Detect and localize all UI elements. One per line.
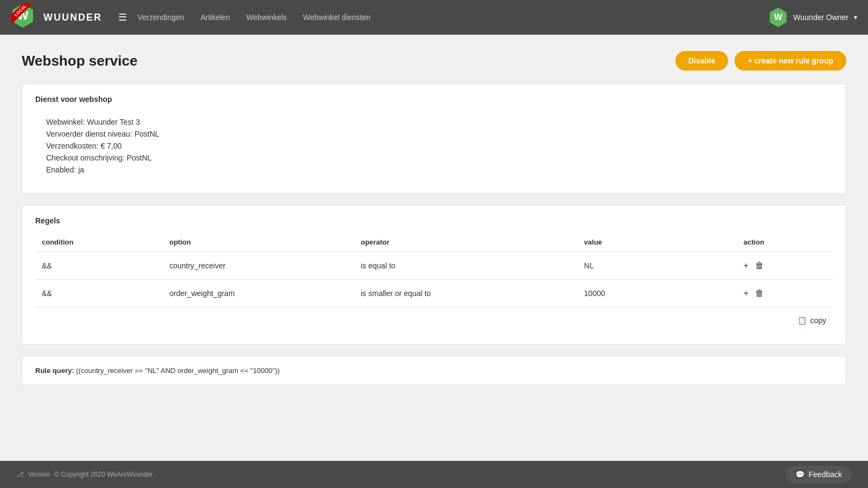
main-nav: Verzendingen Artikelen Webwinkels Webwin…: [138, 13, 371, 22]
row1-value: NL: [578, 252, 737, 280]
col-action: action: [737, 234, 833, 252]
table-row: && order_weight_gram is smaller or equal…: [35, 280, 833, 307]
chevron-down-icon[interactable]: ▾: [854, 14, 857, 21]
delete-rule-icon-2[interactable]: 🗑: [755, 288, 764, 298]
row2-option: order_weight_gram: [163, 280, 354, 307]
copy-label: copy: [810, 316, 826, 325]
row1-action: + 🗑: [737, 252, 833, 280]
col-operator: operator: [354, 234, 578, 252]
feedback-icon: 💬: [795, 470, 805, 479]
row1-option: country_receiver: [163, 252, 354, 280]
header-buttons: Disable + create new rule group: [675, 51, 846, 70]
delete-rule-icon[interactable]: 🗑: [755, 261, 764, 271]
logo-text: WUUNDER: [43, 12, 102, 23]
copy-button[interactable]: 📋 copy: [42, 316, 826, 325]
rules-table: condition option operator value action &…: [35, 234, 833, 333]
rule-query-label: Rule query:: [35, 367, 74, 375]
branch-icon: ⎇: [16, 471, 24, 478]
row2-value: 10000: [578, 280, 737, 307]
add-rule-icon-2[interactable]: +: [744, 288, 749, 298]
main-content: Webshop service Disable + create new rul…: [0, 35, 868, 461]
copy-cell: 📋 copy: [35, 307, 833, 334]
rules-heading: Regels: [35, 216, 833, 225]
service-line-0: Webwinkel: Wuunder Test 3: [46, 118, 822, 126]
row2-condition: &&: [35, 280, 163, 307]
feedback-label: Feedback: [809, 470, 842, 479]
rules-header-row: condition option operator value action: [35, 234, 833, 252]
page-title: Webshop service: [22, 53, 137, 69]
rules-table-body: && country_receiver is equal to NL + 🗑 &…: [35, 252, 833, 334]
user-letter: W: [774, 12, 782, 22]
row2-operator: is smaller or equal to: [354, 280, 578, 307]
nav-webwinkels[interactable]: Webwinkels: [246, 13, 286, 22]
user-name: Wuunder Owner: [793, 13, 848, 22]
service-info: Webwinkel: Wuunder Test 3 Vervoerder die…: [35, 112, 833, 183]
copyright-text: © Copyright 2020 WeAreWuunder: [54, 471, 153, 478]
dienst-heading: Dienst voor webshop: [35, 95, 833, 104]
service-line-1: Vervoerder dienst niveau: PostNL: [46, 130, 822, 138]
disable-button[interactable]: Disable: [675, 51, 729, 70]
rule-query-card: Rule query: ((country_receiver == "NL" A…: [22, 356, 846, 385]
page-header: Webshop service Disable + create new rul…: [22, 51, 846, 70]
nav-artikelen[interactable]: Artikelen: [201, 13, 230, 22]
service-line-2: Verzendkosten: € 7,00: [46, 142, 822, 150]
rules-card: Regels condition option operator value a…: [22, 205, 846, 345]
row2-action-icons: + 🗑: [744, 288, 826, 298]
service-line-3: Checkout omschrijving: PostNL: [46, 153, 822, 162]
service-line-4: Enabled: ja: [46, 165, 822, 174]
app-footer: ⎇ Version © Copyright 2020 WeAreWuunder …: [0, 461, 868, 488]
row1-action-icons: + 🗑: [744, 261, 826, 271]
logo-area: LOCAL W WUUNDER: [11, 4, 102, 31]
rule-query-text: Rule query: ((country_receiver == "NL" A…: [35, 367, 280, 375]
col-option: option: [163, 234, 354, 252]
dienst-card: Dienst voor webshop Webwinkel: Wuunder T…: [22, 84, 846, 194]
header-right: W Wuunder Owner ▾: [768, 8, 857, 27]
nav-verzendingen[interactable]: Verzendingen: [138, 13, 184, 22]
rule-query-value: ((country_receiver == "NL" AND order_wei…: [76, 367, 279, 375]
app-header: LOCAL W WUUNDER ☰ Verzendingen Artikelen…: [0, 0, 868, 35]
add-rule-icon[interactable]: +: [744, 261, 749, 271]
rules-table-head: condition option operator value action: [35, 234, 833, 252]
footer-left: ⎇ Version © Copyright 2020 WeAreWuunder: [16, 471, 153, 478]
col-condition: condition: [35, 234, 163, 252]
row1-condition: &&: [35, 252, 163, 280]
row1-operator: is equal to: [354, 252, 578, 280]
nav-webwinkel-diensten[interactable]: Webwinkel diensten: [303, 13, 371, 22]
version-text: Version: [28, 471, 50, 478]
logo-wrap: LOCAL W: [11, 4, 38, 31]
user-avatar: W: [768, 8, 788, 27]
copy-row: 📋 copy: [35, 307, 833, 334]
col-value: value: [578, 234, 737, 252]
hamburger-icon[interactable]: ☰: [118, 11, 127, 23]
create-rule-group-button[interactable]: + create new rule group: [735, 51, 846, 70]
feedback-button[interactable]: 💬 Feedback: [786, 466, 852, 483]
row2-action: + 🗑: [737, 280, 833, 307]
copy-icon: 📋: [797, 316, 807, 325]
table-row: && country_receiver is equal to NL + 🗑: [35, 252, 833, 280]
